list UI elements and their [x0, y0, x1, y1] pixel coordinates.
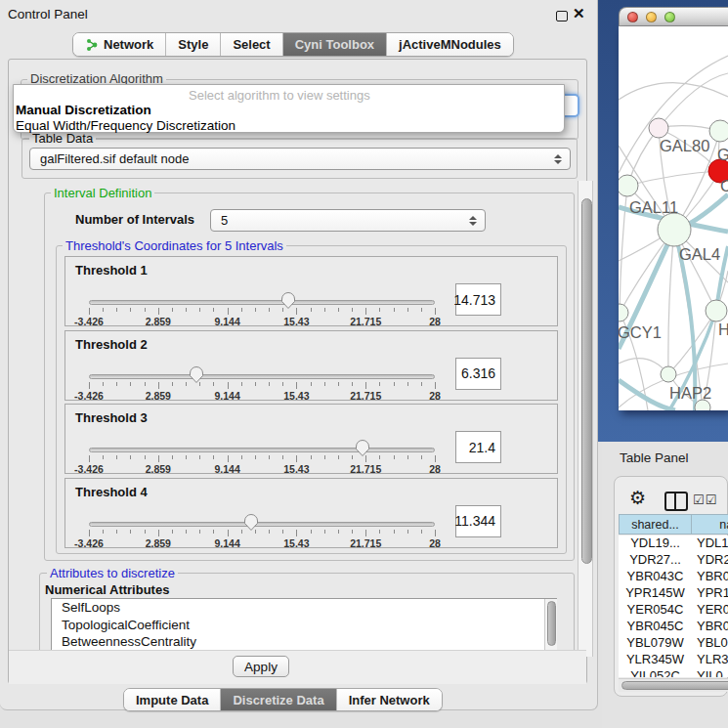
slider-tick [145, 530, 146, 534]
split-column-icon[interactable] [664, 492, 688, 511]
network-view-canvas[interactable]: GAL80GACGAL11GAL4GCY1HHAP2 [619, 26, 728, 410]
node-table-rows[interactable]: YDL19...YDL1YDR27...YDR2YBR043CYBR0YPR14… [619, 535, 728, 677]
clipped-node-topright[interactable] [709, 120, 728, 142]
slider-tick [116, 382, 117, 386]
table-row[interactable]: YIL052CYIL0 [619, 668, 728, 677]
slider-tick [255, 382, 256, 386]
threshold-value-field[interactable]: 21.4 [455, 431, 501, 463]
column-header-name[interactable]: name [691, 514, 728, 535]
slider-tick [338, 308, 339, 312]
GAL80-node[interactable] [649, 118, 668, 138]
slider-track[interactable] [89, 374, 435, 379]
number-of-intervals-spinner[interactable]: 5 [210, 209, 486, 232]
apply-button[interactable]: Apply [233, 656, 289, 677]
table-row[interactable]: YLR345WYLR3 [619, 652, 728, 668]
slider-tick [282, 382, 283, 386]
network-edge[interactable] [627, 171, 720, 186]
attribute-list-item[interactable]: BetweennessCentrality [52, 633, 556, 651]
slider-tick [186, 382, 187, 386]
table-row[interactable]: YBL079WYBL0 [619, 635, 728, 652]
table-row[interactable]: YBR043CYBR0 [619, 569, 728, 585]
tab-network[interactable]: Network [73, 33, 166, 56]
table-row[interactable]: YDL19...YDL1 [619, 535, 728, 552]
slider-track[interactable] [89, 448, 435, 452]
tab-jactivemnodules[interactable]: jActiveMNodules [387, 33, 513, 56]
slider-tick [379, 308, 380, 312]
table-horizontal-scrollbar[interactable] [619, 678, 728, 692]
slider-tick [241, 455, 242, 459]
tick-label: -3.426 [67, 463, 110, 475]
slider-tick [407, 455, 408, 459]
tick-label: 2.859 [137, 316, 180, 327]
slider-tick [255, 308, 256, 312]
HAP2-node[interactable] [661, 366, 676, 382]
slider-tick [228, 382, 229, 389]
slider-thumb[interactable] [355, 439, 370, 461]
hscroll-thumb[interactable] [621, 681, 728, 690]
tab-discretize-data[interactable]: Discretize Data [221, 689, 336, 710]
slider-thumb[interactable] [243, 513, 259, 535]
dropdown-placeholder-option[interactable]: Select algorithm to view settings [14, 85, 564, 103]
float-window-icon[interactable] [556, 11, 568, 21]
tab-impute-data[interactable]: Impute Data [124, 689, 221, 710]
bottom-tab-bar: Impute DataDiscretize DataInfer Network [123, 688, 443, 711]
node-label-ga: GA [717, 146, 728, 163]
checkbox-icons[interactable]: ☑☑ [693, 492, 717, 507]
tab-cyni-toolbox[interactable]: Cyni Toolbox [283, 33, 387, 56]
threshold-value-field[interactable]: 11.344 [455, 505, 501, 537]
slider-thumb[interactable] [189, 365, 204, 388]
tick-label: 28 [413, 463, 456, 475]
close-icon[interactable]: ✕ [573, 5, 585, 22]
threshold-panel: Threshold 2-3.4262.8599.14415.4321.71528… [64, 330, 558, 401]
dropdown-option[interactable]: Equal Width/Frequency Discretization [14, 118, 564, 134]
slider-tick [241, 308, 242, 312]
threshold-value-field[interactable]: 14.713 [455, 283, 501, 316]
table-row[interactable]: YDR27...YDR2 [619, 552, 728, 569]
node-label-gal80: GAL80 [660, 137, 709, 154]
threshold-value-field[interactable]: 6.316 [455, 358, 501, 390]
slider-thumb[interactable] [280, 291, 296, 314]
GAL4-node[interactable] [658, 213, 691, 246]
tick-label: 28 [413, 390, 456, 402]
gear-icon[interactable]: ⚙ [629, 489, 646, 507]
network-edge[interactable] [668, 230, 674, 374]
tick-label: 15.43 [275, 463, 318, 475]
tab-infer-network[interactable]: Infer Network [337, 689, 442, 710]
table-row[interactable]: YBR045CYBR0 [619, 619, 728, 635]
numerical-attributes-list[interactable]: SelfLoopsTopologicalCoefficientBetweenne… [51, 598, 557, 651]
GAL11-node[interactable] [619, 175, 638, 196]
network-edge[interactable] [659, 73, 728, 128]
threshold-panel: Threshold 4-3.4262.8599.14415.4321.71528… [64, 478, 558, 548]
column-header-shared-name[interactable]: shared... [619, 514, 692, 535]
slider-tick [435, 455, 436, 462]
cell-shared-name: YPR145W [619, 585, 692, 600]
panel-vertical-scrollbar[interactable] [578, 181, 593, 657]
slider-tick [324, 530, 325, 534]
tab-style[interactable]: Style [166, 33, 221, 56]
minimize-traffic-light-icon[interactable] [646, 12, 657, 22]
dropdown-option[interactable]: Manual Discretization [14, 103, 564, 118]
cell-shared-name: YBL079W [619, 635, 692, 650]
slider-track[interactable] [89, 522, 435, 527]
threshold-label: Threshold 2 [75, 337, 148, 352]
table-row[interactable]: YPR145WYPR1 [619, 585, 728, 602]
attributes-list-scrollbar[interactable] [544, 599, 557, 650]
GCY1-node[interactable] [619, 304, 628, 321]
cell-shared-name: YER054C [619, 602, 692, 617]
tick-label: 21.715 [344, 316, 387, 327]
close-traffic-light-icon[interactable] [627, 12, 638, 22]
slider-tick [421, 455, 422, 459]
network-window-titlebar[interactable] [619, 7, 728, 26]
table-data-combobox[interactable]: galFiltered.sif default node [29, 148, 571, 170]
tab-select[interactable]: Select [221, 33, 282, 56]
attribute-list-item[interactable]: SelfLoops [52, 599, 556, 617]
slider-tick [130, 382, 131, 386]
zoom-traffic-light-icon[interactable] [664, 12, 675, 22]
network-edge[interactable] [620, 186, 627, 313]
H-node[interactable] [706, 300, 727, 321]
threshold-label: Threshold 4 [75, 485, 148, 499]
table-row[interactable]: YER054CYER0 [619, 602, 728, 619]
network-edge[interactable] [619, 83, 728, 100]
slider-track[interactable] [89, 300, 435, 305]
attribute-list-item[interactable]: TopologicalCoefficient [52, 617, 556, 634]
